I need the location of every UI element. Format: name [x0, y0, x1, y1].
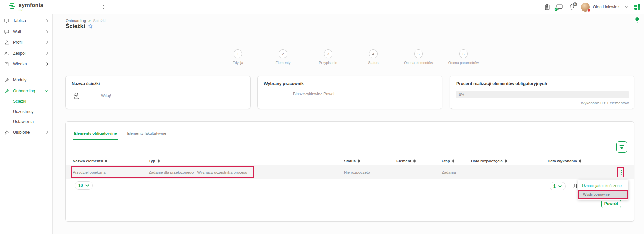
- step-number: 3: [324, 49, 332, 58]
- card-title: Procent realizacji elementów obligatoryj…: [450, 76, 634, 86]
- back-button[interactable]: Powrót: [601, 199, 621, 208]
- page-size-select[interactable]: 10: [75, 181, 93, 190]
- breadcrumb-current: Ścieżki: [93, 19, 105, 23]
- column-header-data-rozpoczecia[interactable]: Data rozpoczęcia: [471, 159, 548, 163]
- avatar[interactable]: [581, 3, 590, 12]
- fullscreen-icon[interactable]: [98, 4, 104, 10]
- status-dot: [587, 9, 590, 12]
- breadcrumb-parent[interactable]: Onboarding: [66, 19, 86, 23]
- page-number-value: 1: [553, 184, 556, 189]
- column-header-etap[interactable]: Etap: [442, 159, 471, 163]
- page-size-value: 10: [78, 183, 83, 188]
- progress-bar: 0%: [456, 91, 629, 98]
- page-title: Ścieżki: [66, 23, 85, 30]
- stepper-step-ocena-parametrow[interactable]: 6 Ocena parametrów: [441, 49, 486, 65]
- step-number: 2: [279, 49, 287, 58]
- column-header-typ[interactable]: Typ: [149, 159, 344, 163]
- chat-status-check-icon: ✓: [554, 7, 558, 11]
- sidebar-subitem-uczestnicy[interactable]: Uczestnicy: [0, 106, 52, 117]
- sidebar-item-wiedza[interactable]: Wiedza: [0, 59, 52, 70]
- wizard-stepper: 1 Edycja 2 Elementy 3 Przypisanie 4 Stat…: [215, 49, 486, 65]
- chevron-down-icon: [558, 185, 562, 188]
- menu-item-oznacz-jako-ukonczone[interactable]: Oznacz jako ukończone: [578, 181, 628, 190]
- stepper-step-edycja[interactable]: 1 Edycja: [215, 49, 260, 65]
- column-header-nazwa[interactable]: Nazwa elementu: [73, 159, 149, 163]
- dashboard-icon: [4, 18, 10, 23]
- stepper-step-ocena-elementow[interactable]: 5 Ocena elementów: [396, 49, 441, 65]
- favorite-star-icon[interactable]: [88, 24, 93, 29]
- last-page-icon[interactable]: [573, 184, 577, 188]
- lightbulb-icon[interactable]: [634, 17, 640, 23]
- cell-etap: Zadania: [442, 165, 471, 179]
- progress-summary: Wykonano 0 z 1 elementów: [450, 101, 634, 105]
- bell-icon[interactable]: 9: [569, 4, 575, 11]
- brand-sub: HR: [19, 9, 43, 11]
- sidebar-item-wall[interactable]: Wall: [0, 26, 52, 37]
- clipboard-icon[interactable]: [544, 4, 550, 11]
- progress-percent: 0%: [459, 91, 464, 98]
- step-label: Edycja: [215, 61, 260, 65]
- sidebar-item-profil[interactable]: Profil: [0, 37, 52, 48]
- sidebar-subitem-ustawienia[interactable]: Ustawienia: [0, 117, 52, 127]
- sidebar-item-label: Wiedza: [13, 62, 43, 66]
- wrench-icon: [4, 89, 10, 94]
- filter-button[interactable]: [616, 141, 627, 153]
- chevron-down-icon[interactable]: [625, 6, 628, 8]
- sidebar-item-moduly[interactable]: Moduły: [0, 75, 52, 85]
- cell-typ: Zadanie dla przełożonego - Wyznacz uczes…: [149, 165, 344, 179]
- chevron-right-icon: [46, 19, 48, 22]
- top-bar: symfonia HR ✓ 9: [0, 0, 644, 14]
- step-label: Status: [351, 61, 396, 65]
- user-icon: [4, 40, 10, 45]
- column-header-data-wykonania[interactable]: Data wykonania: [548, 159, 614, 163]
- sidebar-item-zespol[interactable]: Zespół: [0, 48, 52, 59]
- step-number: 6: [459, 49, 468, 58]
- menu-icon[interactable]: [82, 5, 89, 9]
- chevron-right-icon: [46, 131, 48, 134]
- stepper-step-przypisanie[interactable]: 3 Przypisanie: [306, 49, 351, 65]
- cell-status: Nie rozpoczęto: [344, 165, 396, 179]
- app-logo[interactable]: symfonia HR: [9, 3, 43, 11]
- breadcrumb: Onboarding > Ścieżki: [66, 19, 106, 23]
- sort-icon: [505, 159, 507, 163]
- sidebar-item-ulubione[interactable]: Ulubione: [0, 127, 52, 138]
- chat-icon[interactable]: ✓: [556, 4, 563, 10]
- document-icon: [4, 62, 10, 67]
- card-title: Nazwa ścieżki: [66, 76, 250, 86]
- stepper-step-elementy[interactable]: 2 Elementy: [260, 49, 306, 65]
- page-select[interactable]: 1: [550, 182, 566, 190]
- brand-name: symfonia: [19, 3, 43, 8]
- sort-icon: [105, 159, 107, 163]
- onboarding-person-icon: [72, 92, 101, 100]
- row-context-menu: Oznacz jako ukończone Wyślij ponownie: [578, 180, 628, 200]
- team-icon: [4, 51, 10, 56]
- star-icon: [4, 130, 10, 135]
- sidebar-item-tablica[interactable]: Tablica: [0, 15, 52, 26]
- employee-name: Błaszczykiewicz Paweł: [293, 92, 334, 96]
- row-actions-kebab-icon[interactable]: [619, 169, 623, 176]
- sort-icon: [579, 159, 581, 163]
- stepper-step-status[interactable]: 4 Status: [351, 49, 396, 65]
- cell-nazwa-elementu: Przydziel opiekuna: [73, 165, 149, 179]
- card-title: Wybrany pracownik: [258, 76, 442, 86]
- step-number: 5: [414, 49, 423, 58]
- tab-elementy-fakultatywne[interactable]: Elementy fakultatywne: [126, 131, 168, 140]
- tab-elementy-obligatoryjne[interactable]: Elementy obligatoryjne: [73, 131, 118, 140]
- chevron-down-icon: [85, 184, 89, 187]
- sidebar-item-onboarding[interactable]: Onboarding: [0, 85, 52, 96]
- menu-item-wyslij-ponownie[interactable]: Wyślij ponownie: [578, 190, 628, 199]
- column-header-status[interactable]: Status: [344, 159, 396, 163]
- wrench-icon: [4, 78, 10, 83]
- apps-grid-icon[interactable]: [634, 4, 640, 10]
- cell-data-wykonania: -: [548, 165, 614, 179]
- sidebar-subitem-sciezki[interactable]: Ścieżki: [0, 96, 52, 106]
- table-row[interactable]: Przydziel opiekuna Zadanie dla przełożon…: [66, 165, 634, 179]
- sort-icon: [358, 159, 360, 163]
- sidebar-item-label: Ulubione: [13, 130, 43, 135]
- chevron-right-icon: [46, 62, 48, 66]
- column-header-element[interactable]: Element: [396, 159, 442, 163]
- path-name-value: Witaj!: [101, 93, 111, 98]
- sidebar-item-label: Profil: [13, 40, 43, 45]
- elements-tabs: Elementy obligatoryjne Elementy fakultat…: [73, 131, 168, 140]
- sort-icon: [413, 159, 416, 163]
